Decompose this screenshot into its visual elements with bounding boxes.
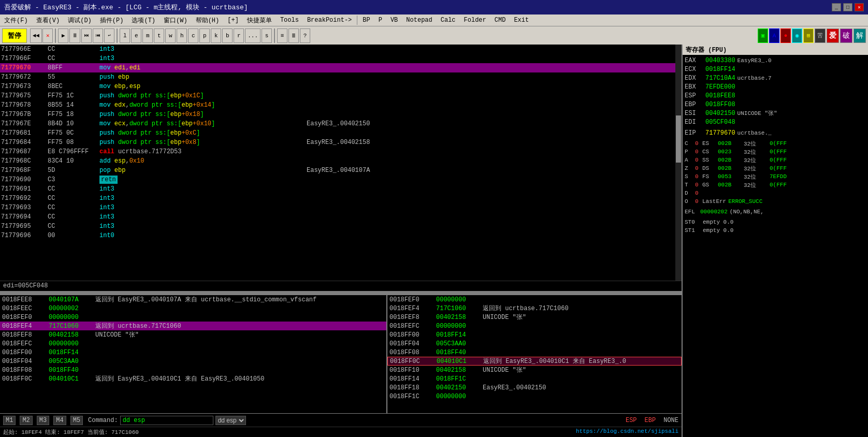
stepout-button[interactable]: ↩ (104, 28, 114, 43)
disasm-row[interactable]: 7177967B FF75 18 push dword ptr ss:[ebp+… (0, 110, 675, 119)
reg-st0[interactable]: ST0 empty 0.0 (684, 218, 867, 226)
disasm-scrollbar[interactable] (675, 45, 682, 281)
menu-view[interactable]: 查看(V) (32, 15, 64, 26)
btn-help2[interactable]: ? (300, 28, 310, 43)
stack-row[interactable]: 0018FF04 005C3AA0 (387, 339, 682, 348)
btn-blue1[interactable]: A (769, 28, 779, 43)
reg-edi[interactable]: EDI 005CF048 (684, 118, 867, 126)
stack-row[interactable]: 0018FF08 0018FF40 (0, 366, 386, 374)
minimize-button[interactable]: _ (832, 3, 841, 11)
menu-breakpoint[interactable]: BreakPoint-> (303, 16, 356, 25)
reg-eip[interactable]: EIP 71779670 ucrtbase._ (684, 128, 867, 137)
stack-row[interactable]: 0018FF00 0018FF14 (0, 348, 386, 357)
stack-row[interactable]: 0018FF14 0018FF1C (387, 374, 682, 383)
menu-notepad[interactable]: Notepad (402, 16, 436, 25)
btn-k[interactable]: k (211, 28, 221, 43)
disasm-row[interactable]: 7177968F 5D pop ebp EasyRE3_.0040107A (0, 166, 675, 175)
seg-z-ds[interactable]: Z 0 DS 002B 32位 0(FFF (684, 164, 867, 172)
btn-yellow1[interactable]: ⊞ (803, 28, 814, 43)
seg-s-fs[interactable]: S 0 FS 0053 32位 7EFDD (684, 172, 867, 181)
stack-row[interactable]: 0018FEE8 0040107A 返回到 EasyRE3_.0040107A … (0, 295, 386, 304)
disasm-row[interactable]: 71779673 8BEC mov ebp,esp (0, 82, 675, 91)
disasm-row[interactable]: 71779695 CC int3 (0, 222, 675, 231)
reg-edx[interactable]: EDX 717C10A4 ucrtbase.7 (684, 74, 867, 82)
menu-file[interactable]: 文件(F) (0, 15, 32, 26)
stack-row[interactable]: 0018FF00 0018FF14 (387, 330, 682, 339)
seg-c-es[interactable]: C 0 ES 002B 32位 0(FFF (684, 139, 867, 148)
btn-e[interactable]: e (131, 28, 141, 43)
menu-vb[interactable]: VB (386, 16, 402, 25)
seg-a-ss[interactable]: A 0 SS 002B 32位 0(FFF (684, 156, 867, 164)
disasm-row[interactable]: 71779694 CC int3 (0, 212, 675, 222)
menu-p[interactable]: P (374, 16, 386, 25)
stack-row[interactable]: 0018FEF8 00402158 UNICODE "张" (0, 330, 386, 339)
pause-button[interactable]: 暂停 (2, 28, 27, 43)
disasm-row[interactable]: 71779681 FF75 0C push dword ptr ss:[ebp+… (0, 128, 675, 138)
disasm-row[interactable]: 71779692 CC int3 (0, 194, 675, 203)
stack-row[interactable]: 0018FF10 00402158 UNICODE "张" (387, 366, 682, 374)
menu-window[interactable]: 窗口(W) (160, 15, 192, 26)
btn-extra1[interactable]: 苦 (815, 28, 826, 43)
reg-eax[interactable]: EAX 00403380 EasyRE3_.0 (684, 56, 867, 65)
seg-p-cs[interactable]: P 0 CS 0023 32位 0(FFF (684, 148, 867, 156)
btn-t[interactable]: t (154, 28, 164, 43)
btn-cyan1[interactable]: ◉ (792, 28, 802, 43)
close-button[interactable]: ✕ (855, 3, 864, 11)
btn-h[interactable]: h (177, 28, 187, 43)
stack-row[interactable]: 0018FEF0 00000000 (0, 313, 386, 322)
menu-help[interactable]: 帮助(H) (192, 15, 224, 26)
stack-row[interactable]: 0018FF0C 004010C1 返回到 EasyRE3_.004010C1 … (0, 374, 386, 383)
btn-list2[interactable]: ≣ (288, 28, 299, 43)
btn-w[interactable]: w (165, 28, 176, 43)
stack-row[interactable]: 0018FF04 005C3AA0 (0, 357, 386, 366)
menu-bp[interactable]: BP (358, 16, 374, 25)
stack-row-highlighted[interactable]: 0018FF0C 004010C1 返回到 EasyRE3_.004010C1 … (387, 357, 682, 366)
stack-row[interactable]: 0018FEEC 00000002 (0, 304, 386, 313)
disasm-row[interactable]: 71779693 CC int3 (0, 203, 675, 212)
pause2-button[interactable]: ⏸ (69, 28, 80, 43)
menu-calc[interactable]: Calc (437, 16, 460, 25)
menu-tools[interactable]: Tools (276, 16, 303, 25)
maximize-button[interactable]: □ (843, 3, 852, 11)
cmd-dropdown[interactable]: dd esp (215, 416, 246, 425)
stack-row[interactable]: 0018FEF8 00402158 UNICODE "张" (387, 313, 682, 322)
reg-ebx[interactable]: EBX 7EFDE000 (684, 82, 867, 91)
menu-debug[interactable]: 调试(D) (64, 15, 96, 26)
stepover-button[interactable]: ⏭ (81, 28, 92, 43)
menu-exit[interactable]: Exit (510, 16, 533, 25)
cmd-m3[interactable]: M3 (37, 416, 49, 425)
cmd-m4[interactable]: M4 (53, 416, 66, 425)
cmd-m2[interactable]: M2 (20, 416, 32, 425)
stepinto-button[interactable]: ⏮ (93, 28, 103, 43)
reg-st1[interactable]: ST1 empty 0.0 (684, 226, 867, 235)
disasm-row[interactable]: 71779672 55 push ebp (0, 72, 675, 82)
cmd-m1[interactable]: M1 (3, 416, 16, 425)
btn-ellipsis[interactable]: ... (245, 28, 261, 43)
seg-o-lasterr[interactable]: O 0 LastErr ERROR_SUCC (684, 197, 867, 206)
btn-m[interactable]: m (142, 28, 153, 43)
cmd-input[interactable] (120, 416, 213, 425)
btn-l[interactable]: l (120, 28, 130, 43)
stack-row[interactable]: 0018FEFC 00000000 (387, 322, 682, 330)
reg-esp[interactable]: ESP 0018FEE8 (684, 91, 867, 100)
stack-row[interactable]: 0018FF1C 00000000 (387, 392, 682, 401)
stop-button[interactable]: ✕ (42, 28, 53, 43)
seg-d[interactable]: D 0 (684, 189, 867, 197)
reg-ebp[interactable]: EBP 0018FF08 (684, 100, 867, 109)
stack-row-highlighted[interactable]: 0018FEF4 717C1060 返回到 ucrtbase.717C1060 (0, 322, 386, 330)
stack-row[interactable]: 0018FF18 00402150 EasyRE3_.00402150 (387, 383, 682, 392)
menu-plus[interactable]: [+] (223, 16, 243, 25)
disasm-row[interactable]: 7177966F CC int3 (0, 54, 675, 63)
disasm-row[interactable]: 7177967E 8B4D 10 mov ecx,dword ptr ss:[e… (0, 119, 675, 128)
disasm-row[interactable]: 7177966E CC int3 (0, 45, 675, 54)
btn-s[interactable]: s (262, 28, 272, 43)
reg-esi[interactable]: ESI 00402150 UNICODE "张" (684, 109, 867, 118)
btn-p[interactable]: p (199, 28, 210, 43)
stack-row[interactable]: 0018FEF0 00000000 (387, 295, 682, 304)
disasm-row[interactable]: 71779687 E8 C796FFFF call ucrtbase.71772… (0, 147, 675, 156)
disasm-row[interactable]: 71779691 CC int3 (0, 184, 675, 194)
disasm-row[interactable]: 71779696 00 int0 (0, 231, 675, 240)
reg-efl[interactable]: EFL 00000202 (NO,NB,NE, (684, 208, 867, 216)
btn-love[interactable]: 爱 (827, 28, 839, 43)
btn-b[interactable]: b (222, 28, 233, 43)
